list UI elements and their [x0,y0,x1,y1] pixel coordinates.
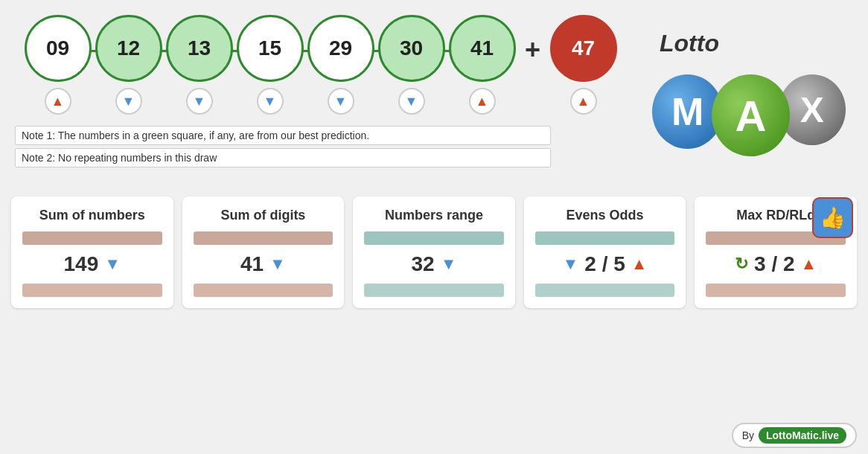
number-cell-4: 15 ▼ [234,15,305,115]
arrow-down-btn-6[interactable]: ▼ [398,88,425,115]
stat-title-evens-odds: Evens Odds [524,196,686,231]
stat-bar-top-4 [535,231,675,245]
number-cell-1: 09 ▲ [22,15,93,115]
footer-bar: By LottoMatic.live [732,423,857,448]
number-circle-1: 09 [25,15,92,82]
stat-bar-top-1 [22,231,162,245]
number-circle-3: 13 [166,15,233,82]
stat-bar-top-3 [364,231,504,245]
arrow-up-icon-4: ▲ [631,255,648,274]
lotto-max-logo: Lotto M A X [652,15,846,164]
note-1: Note 1: The numbers in a green square, i… [15,126,551,145]
stat-card-numbers-range: Numbers range 32 ▼ [353,196,515,308]
stats-section: Sum of numbers 149 ▼ Sum of digits 41 ▼ … [0,182,868,323]
stat-bar-bottom-4 [535,284,675,297]
stat-value-sum-digits: 41 ▼ [182,245,345,284]
arrow-down-icon-2: ▼ [269,255,286,274]
number-circle-6: 30 [378,15,445,82]
stat-card-sum-numbers: Sum of numbers 149 ▼ [11,196,173,308]
stat-bar-bottom-3 [364,284,504,297]
stat-title-sum-numbers: Sum of numbers [11,196,173,231]
refresh-icon: ↻ [735,255,748,274]
arrow-down-icon-4: ▼ [563,255,579,274]
note-2: Note 2: No repeating numbers in this dra… [15,148,551,167]
max-balls: M A X [652,74,846,156]
lotto-max-logo-area: Lotto M A X [645,7,853,171]
top-section: 09 ▲ 12 ▼ 13 ▼ [0,0,868,122]
footer-by-label: By [742,429,754,441]
number-circle-7: 41 [449,15,516,82]
stat-bar-top-2 [194,231,334,245]
stat-title-numbers-range: Numbers range [353,196,515,231]
bonus-circle: 47 [550,15,617,82]
bonus-arrow-up[interactable]: ▲ [570,88,597,115]
arrow-down-btn-2[interactable]: ▼ [115,88,142,115]
stat-bar-bottom-5 [706,284,846,297]
stat-bar-bottom-2 [194,284,334,297]
stat-card-evens-odds: Evens Odds ▼ 2 / 5 ▲ [524,196,686,308]
number-cell-2: 12 ▼ [93,15,164,115]
number-cell-7: 41 ▲ [447,15,517,115]
stat-title-sum-digits: Sum of digits [182,196,345,231]
arrow-down-icon-1: ▼ [104,255,121,274]
stat-value-numbers-range: 32 ▼ [353,245,515,284]
arrow-down-btn-5[interactable]: ▼ [328,88,354,115]
number-circle-2: 12 [95,15,162,82]
arrow-down-btn-3[interactable]: ▼ [186,88,213,115]
number-circle-5: 29 [307,15,374,82]
numbers-container: 09 ▲ 12 ▼ 13 ▼ [22,15,619,115]
stat-bar-bottom-1 [22,284,162,297]
stat-card-sum-digits: Sum of digits 41 ▼ [182,196,345,308]
thumbs-up-button[interactable]: 👍 [812,197,853,238]
arrow-down-btn-4[interactable]: ▼ [257,88,284,115]
main-container: 09 ▲ 12 ▼ 13 ▼ [0,0,868,454]
bonus-cell: 47 ▲ [548,15,619,115]
arrow-up-btn-1[interactable]: ▲ [45,88,71,115]
stat-value-sum-numbers: 149 ▼ [11,245,173,284]
lotto-text: Lotto [660,30,719,57]
arrow-up-btn-7[interactable]: ▲ [469,88,496,115]
arrow-down-icon-3: ▼ [441,255,457,274]
arrow-up-icon-5: ▲ [801,255,817,274]
number-cell-3: 13 ▼ [164,15,234,115]
number-cell-6: 30 ▼ [376,15,447,115]
number-cell-5: 29 ▼ [305,15,376,115]
stat-value-max-rdlrd: ↻ 3 / 2 ▲ [695,245,857,284]
plus-sign: + [525,34,540,95]
stat-value-evens-odds: ▼ 2 / 5 ▲ [524,245,686,284]
ball-a: A [712,74,790,156]
number-circle-4: 15 [237,15,304,82]
footer-brand-label: LottoMatic.live [759,427,846,444]
